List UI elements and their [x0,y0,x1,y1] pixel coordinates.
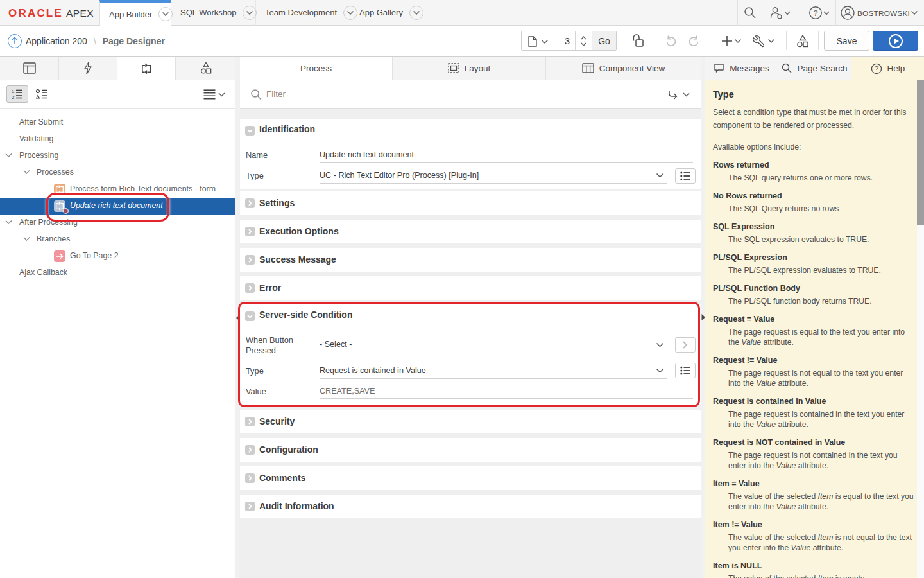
svg-text:2: 2 [12,94,15,100]
svg-text:1: 1 [12,89,15,94]
svg-text:?: ? [813,8,817,18]
svg-text:?: ? [875,64,878,72]
